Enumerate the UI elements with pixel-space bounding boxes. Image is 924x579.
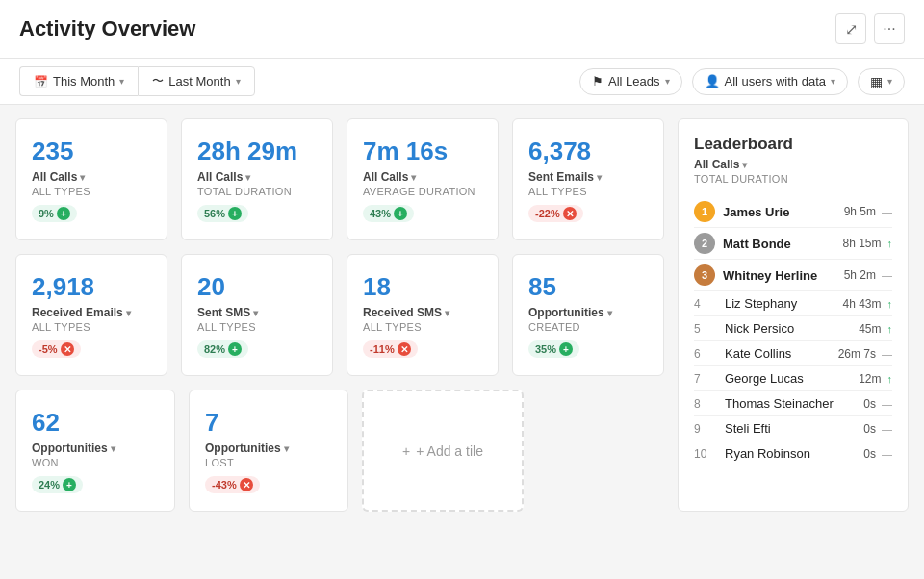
tile-sub: ALL TYPES [197, 321, 317, 333]
leaderboard-value: 12m [859, 372, 881, 386]
tile-sub: WON [32, 457, 159, 468]
leaderboard-row: 7 George Lucas 12m ↑ [694, 366, 892, 391]
tile-badge: 56% + [197, 205, 248, 222]
leaderboard-title: Leaderboard [694, 135, 892, 154]
tile-badge: -22% ✕ [528, 205, 583, 222]
users-filter-button[interactable]: 👤 All users with data ▾ [692, 68, 849, 95]
chevron-down-icon-tile[interactable]: ▾ [607, 308, 612, 318]
page-title: Activity Overview [19, 16, 195, 41]
header: Activity Overview ⤢ ··· [0, 0, 924, 59]
tile-label: Opportunities [528, 306, 604, 319]
tile-received-sms: 18 Received SMS ▾ ALL TYPES -11% ✕ [346, 254, 499, 376]
tile-label: Opportunities [32, 441, 108, 455]
tile-sub: ALL TYPES [32, 186, 151, 197]
add-tile-button[interactable]: + + Add a tile [362, 390, 524, 512]
tile-value: 7 [205, 408, 332, 438]
leaderboard-value: 4h 43m [842, 297, 881, 311]
tiles-section: 235 All Calls ▾ ALL TYPES 9% + 28h 29m A… [15, 118, 664, 512]
rank-number: 8 [694, 397, 717, 411]
tiles-row-2: 2,918 Received Emails ▾ ALL TYPES -5% ✕ … [15, 254, 664, 376]
tile-value: 18 [363, 272, 482, 302]
leaderboard-row: 6 Kate Collins 26m 7s — [694, 341, 892, 366]
tile-label: All Calls [363, 170, 408, 184]
tile-label: All Calls [197, 170, 243, 184]
rank-number: 4 [694, 297, 717, 311]
tile-avg-duration: 7m 16s All Calls ▾ AVERAGE DURATION 43% … [346, 118, 499, 240]
tile-label-row: Opportunities ▾ [32, 441, 159, 455]
tile-sub: CREATED [528, 321, 648, 333]
leaderboard-value: 9h 5m [844, 205, 876, 218]
right-filters: ⚑ All Leads ▾ 👤 All users with data ▾ ▦ … [579, 68, 905, 95]
tile-opportunities-created: 85 Opportunities ▾ CREATED 35% + [512, 254, 664, 376]
this-month-button[interactable]: 📅 This Month ▾ [19, 66, 138, 96]
tile-value: 20 [197, 272, 317, 302]
last-month-button[interactable]: 〜 Last Month ▾ [138, 66, 254, 96]
leaderboard-filter: All Calls ▾ [694, 158, 892, 171]
tile-sent-sms: 20 Sent SMS ▾ ALL TYPES 82% + [181, 254, 333, 376]
tile-opportunities-won: 62 Opportunities ▾ WON 24% + [15, 390, 175, 512]
badge-dot-green: + [394, 207, 407, 220]
badge-value: -43% [212, 479, 237, 491]
leaderboard-name: Liz Stephany [725, 296, 842, 311]
leaderboard-trend: — [882, 269, 892, 281]
leaderboard-filter-label: All Calls [694, 158, 739, 171]
leaderboard-name: Matt Bonde [723, 237, 842, 251]
badge-dot-green: + [63, 478, 76, 491]
chevron-down-icon-tile[interactable]: ▾ [80, 172, 85, 183]
leads-filter-button[interactable]: ⚑ All Leads ▾ [579, 68, 681, 95]
badge-dot-red: ✕ [398, 342, 411, 356]
layout-icon: ▦ [870, 74, 883, 89]
tile-sub: ALL TYPES [32, 321, 151, 333]
badge-value: 24% [38, 479, 60, 491]
chevron-down-icon-2: ▾ [236, 76, 241, 87]
chevron-down-icon-lb[interactable]: ▾ [742, 160, 747, 170]
plus-icon: + [402, 443, 410, 459]
chevron-down-icon-tile[interactable]: ▾ [597, 172, 602, 183]
tile-sub: LOST [205, 457, 332, 468]
leaderboard-row: 4 Liz Stephany 4h 43m ↑ [694, 291, 892, 316]
leaderboard-value: 45m [859, 322, 881, 336]
leaderboard-trend: — [882, 206, 892, 217]
badge-dot-green: + [57, 207, 70, 220]
chevron-down-icon-tile[interactable]: ▾ [445, 308, 449, 318]
layout-button[interactable]: ▦ ▾ [858, 68, 905, 95]
tile-sub: AVERAGE DURATION [363, 186, 482, 197]
chevron-down-icon-tile[interactable]: ▾ [111, 443, 116, 454]
chevron-down-icon-tile[interactable]: ▾ [411, 172, 416, 183]
chevron-down-icon-tile[interactable]: ▾ [245, 172, 250, 183]
tile-all-calls-duration: 28h 29m All Calls ▾ TOTAL DURATION 56% + [181, 118, 333, 240]
chevron-down-icon-tile[interactable]: ▾ [126, 308, 131, 318]
leaderboard-row: 5 Nick Persico 45m ↑ [694, 316, 892, 341]
tile-sent-emails: 6,378 Sent Emails ▾ ALL TYPES -22% ✕ [512, 118, 664, 240]
expand-button[interactable]: ⤢ [835, 13, 866, 44]
tile-value: 28h 29m [197, 137, 317, 166]
tile-badge: -11% ✕ [363, 340, 418, 358]
trend-icon: 〜 [152, 73, 164, 89]
chevron-down-icon-tile[interactable]: ▾ [284, 443, 289, 454]
tile-sub: ALL TYPES [528, 186, 648, 197]
badge-dot-green: + [228, 342, 242, 356]
rank-number: 7 [694, 372, 717, 386]
leaderboard: Leaderboard All Calls ▾ TOTAL DURATION 1… [678, 118, 909, 512]
tile-label-row: All Calls ▾ [32, 170, 151, 184]
last-month-label: Last Month [168, 74, 230, 88]
leaderboard-trend: — [882, 348, 892, 360]
badge-value: -22% [535, 208, 560, 219]
tiles-row-1: 235 All Calls ▾ ALL TYPES 9% + 28h 29m A… [15, 118, 664, 240]
tile-label-row: Received Emails ▾ [32, 306, 151, 319]
leaderboard-trend: — [882, 423, 892, 435]
leaderboard-trend: — [882, 448, 892, 460]
tile-badge: 9% + [32, 205, 77, 222]
badge-dot-red: ✕ [240, 478, 253, 491]
leaderboard-sub: TOTAL DURATION [694, 173, 892, 185]
rank-badge-2: 2 [694, 233, 715, 254]
badge-value: 9% [38, 208, 54, 219]
chevron-down-icon-tile[interactable]: ▾ [253, 308, 258, 318]
tile-label-row: All Calls ▾ [197, 170, 317, 184]
rank-number: 9 [694, 422, 717, 436]
leaderboard-trend: — [882, 398, 892, 410]
calendar-icon: 📅 [34, 75, 48, 88]
tile-value: 6,378 [528, 137, 648, 166]
this-month-label: This Month [53, 74, 115, 88]
more-button[interactable]: ··· [874, 13, 905, 44]
